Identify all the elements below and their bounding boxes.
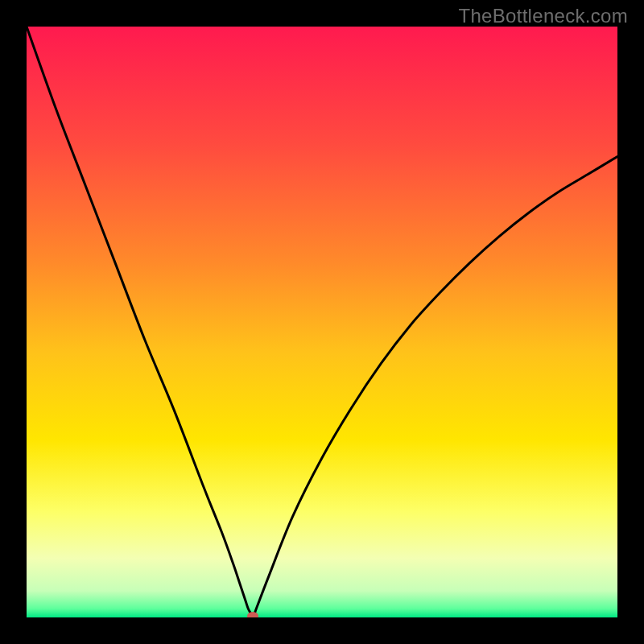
minimum-marker: [247, 612, 258, 617]
bottleneck-curve: [27, 27, 617, 617]
curve-svg: [27, 27, 617, 617]
plot-area: [27, 27, 617, 617]
outer-frame: TheBottleneck.com: [0, 0, 644, 644]
watermark-text: TheBottleneck.com: [458, 5, 628, 27]
